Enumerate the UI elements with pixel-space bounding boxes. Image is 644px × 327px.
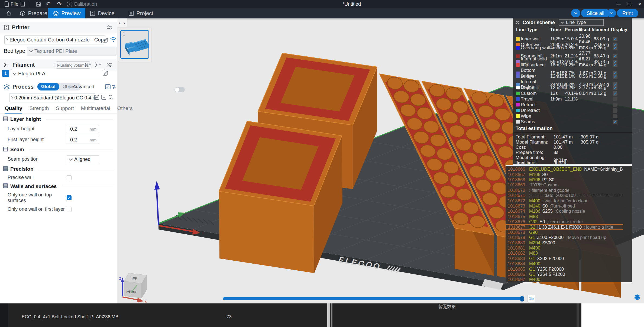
gcode-row[interactable]: 1018679G1Z100 F20000; Move print head up xyxy=(506,235,623,240)
edit-printer-icon[interactable] xyxy=(102,37,108,43)
tab-project[interactable]: Project xyxy=(125,8,157,18)
bed-type-select[interactable]: Textured PEI Plate xyxy=(27,47,116,56)
display-checkbox[interactable]: ✓ xyxy=(613,63,617,67)
gcode-row[interactable]: 1018667M106S0 xyxy=(506,172,623,177)
gcode-row[interactable]: 1018682M83 xyxy=(506,251,623,256)
process-tab-support[interactable]: Support xyxy=(56,105,74,114)
printer-section-title: Printer xyxy=(12,24,29,31)
file-menu[interactable]: File xyxy=(4,1,18,7)
process-tab-others[interactable]: Others xyxy=(117,105,132,114)
print-options-button[interactable] xyxy=(607,9,616,17)
view-mode-select[interactable]: Line Type xyxy=(559,19,604,26)
notes-button[interactable] xyxy=(20,1,25,7)
gcode-row[interactable]: 1018676G92E0; zero the extruder xyxy=(506,219,623,224)
delete-preset-icon[interactable] xyxy=(101,94,107,100)
gcode-row[interactable]: 1018683G1X202 F20000 xyxy=(506,256,623,261)
scrollbar-right[interactable] xyxy=(577,303,579,327)
gcode-row[interactable]: 1018684M400 xyxy=(506,261,623,266)
gcode-row-selected[interactable]: 1018677G2I1 J0 Z46.1 E-1 F3000; lower z … xyxy=(506,224,623,229)
save-preset-icon[interactable] xyxy=(94,94,100,100)
process-tab-multimaterial[interactable]: Multimaterial xyxy=(81,105,110,114)
display-checkbox[interactable]: ✓ xyxy=(613,86,617,90)
scrollbar[interactable] xyxy=(331,303,332,327)
slice-all-button[interactable]: Slice all xyxy=(581,9,610,17)
compare-ab-icon[interactable] xyxy=(111,84,117,89)
display-checkbox[interactable]: ✓ xyxy=(613,91,617,96)
display-checkbox[interactable]: ✓ xyxy=(613,120,617,124)
calibration-button[interactable]: Calibration xyxy=(67,1,97,7)
wifi-icon[interactable] xyxy=(110,37,116,42)
display-checkbox[interactable]: ✓ xyxy=(613,37,617,41)
file-menu-label: File xyxy=(11,1,18,7)
plate-thumbnail[interactable]: 1 xyxy=(120,30,149,59)
gcode-line-number: 1018685 xyxy=(508,267,527,272)
setting-checkbox-precise-wall[interactable] xyxy=(67,175,72,180)
param-list-icon[interactable] xyxy=(105,84,111,89)
gcode-row[interactable]: 1018675M83 xyxy=(506,214,623,219)
setting-select-seam-position[interactable]: Aligned xyxy=(67,155,99,163)
color-scheme-title: Color scheme xyxy=(523,20,555,25)
gcode-row[interactable]: 1018669;TYPE:Custom xyxy=(506,182,623,187)
filament-preset-select[interactable]: Elegoo PLA xyxy=(11,69,105,78)
remove-filament-icon[interactable] xyxy=(95,62,101,68)
move-slider-track[interactable] xyxy=(223,297,523,300)
display-checkbox[interactable] xyxy=(613,97,617,101)
minimize-button[interactable]: — xyxy=(614,1,623,7)
display-checkbox[interactable] xyxy=(613,103,617,107)
display-checkbox[interactable]: ✓ xyxy=(613,74,617,79)
undo-button[interactable]: ↶ xyxy=(46,1,51,7)
printer-settings-icon[interactable] xyxy=(106,25,112,30)
gcode-row[interactable]: 1018670; filament end gcode xyxy=(506,188,623,193)
redo-button[interactable]: ↷ xyxy=(57,1,62,7)
gcode-row[interactable]: 1018673M140S0;Turn-off bed xyxy=(506,203,623,209)
setting-input-layer-height[interactable]: 0.2mm xyxy=(67,125,99,133)
group-header: Precision xyxy=(0,165,117,173)
close-button[interactable]: ✕ xyxy=(636,1,644,7)
layers-mode-icon[interactable] xyxy=(634,294,640,300)
svg-text:Front: Front xyxy=(126,289,137,294)
setting-checkbox-only-one-wall-on-top-surfaces[interactable]: ✓ xyxy=(67,195,72,200)
printer-preset-select[interactable]: Elegoo Centauri Carbon 0.4 nozzle - Copy xyxy=(4,35,105,44)
tab-device[interactable]: Device xyxy=(85,8,119,18)
window-title: *Untitled xyxy=(342,1,361,7)
collapse-sidebar-handle[interactable]: ‹ › xyxy=(117,18,127,27)
display-checkbox[interactable]: ✓ xyxy=(613,46,617,50)
search-preset-icon[interactable] xyxy=(108,94,114,100)
tab-preview[interactable]: Preview xyxy=(48,8,85,18)
collapse-panel-icon[interactable] xyxy=(515,21,520,24)
maximize-button[interactable]: ▢ xyxy=(625,1,633,7)
gcode-row[interactable]: 1018666EXCLUDE_OBJECT_ENDNAME=Gridfinity… xyxy=(506,167,623,172)
display-checkbox[interactable] xyxy=(613,108,617,113)
slice-options-button[interactable] xyxy=(571,9,580,17)
display-checkbox[interactable]: ✓ xyxy=(613,54,617,58)
preview-layers-icon xyxy=(53,10,59,16)
gcode-row[interactable]: 1018680M204S5000 xyxy=(506,240,623,245)
gcode-row[interactable]: 1018681M400 xyxy=(506,245,623,251)
process-tab-quality[interactable]: Quality xyxy=(5,105,22,114)
tab-prepare[interactable]: Prepare xyxy=(19,8,48,18)
gcode-row[interactable]: 1018678G90 xyxy=(506,230,623,235)
advanced-toggle[interactable] xyxy=(174,87,185,92)
gcode-row[interactable]: 1018672M400; wait for buffer to clear xyxy=(506,198,623,203)
filament-slot-badge[interactable]: 1 xyxy=(2,70,9,77)
home-button[interactable] xyxy=(2,8,16,18)
setting-input-first-layer-height[interactable]: 0.2mm xyxy=(67,136,99,144)
gcode-row[interactable]: 1018686G1Y264.5 F1200 xyxy=(506,272,623,277)
gcode-row[interactable]: 1018674M106S255;Cooling nozzle xyxy=(506,209,623,214)
gcode-row[interactable]: 1018671;===== date: 20250109 ===========… xyxy=(506,193,623,198)
filament-settings-icon[interactable] xyxy=(106,62,112,67)
print-button[interactable]: Print xyxy=(617,9,638,17)
bed-type-label: Bed type xyxy=(4,48,25,54)
gcode-row[interactable]: 1018668M106P2 S0 xyxy=(506,177,623,182)
scope-global[interactable]: Global xyxy=(37,83,59,90)
gcode-row[interactable]: 1018687M400 xyxy=(506,277,623,282)
save-button[interactable] xyxy=(36,1,41,7)
move-slider-thumb[interactable] xyxy=(520,296,524,302)
setting-checkbox-only-one-wall-on-first-layer[interactable] xyxy=(67,207,72,212)
add-filament-icon[interactable] xyxy=(85,62,92,68)
process-tab-strength[interactable]: Strength xyxy=(29,105,49,114)
gcode-row[interactable]: 1018685G1Y250 F20000 xyxy=(506,266,623,271)
process-preset-select[interactable]: 0.20mm Standard @Elegoo CC 0.4 noz... xyxy=(9,93,95,102)
display-checkbox[interactable] xyxy=(613,114,617,118)
edit-filament-icon[interactable] xyxy=(102,70,108,76)
